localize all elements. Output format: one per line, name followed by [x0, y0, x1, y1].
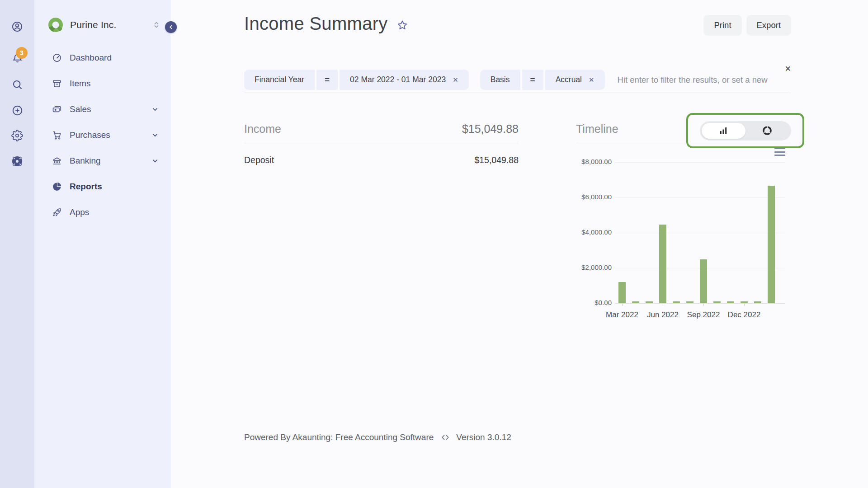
chart-x-tick	[703, 304, 704, 306]
chart-gridline	[615, 303, 785, 304]
chart-bar-feb-2023[interactable]	[768, 186, 775, 303]
export-button[interactable]: Export	[746, 15, 791, 36]
app-window: 3 Purine Inc.	[0, 0, 868, 488]
sidebar: Purine Inc. Dashboard Items Sales	[34, 0, 171, 488]
filter-field-chip[interactable]: Basis	[480, 70, 520, 90]
chart-gridline	[615, 162, 785, 163]
company-switch-chevrons-icon[interactable]	[152, 20, 161, 30]
chart-bar-nov-2022[interactable]	[727, 301, 734, 303]
notifications-bell-icon[interactable]: 3	[10, 52, 24, 65]
filter-operator-chip[interactable]: =	[316, 70, 338, 90]
bar-chart-icon	[718, 125, 729, 136]
chart-y-tick-label: $0.00	[594, 299, 612, 306]
chart-y-tick-label: $8,000.00	[581, 158, 612, 165]
chart-y-tick-label: $6,000.00	[581, 193, 612, 201]
code-brackets-icon	[440, 432, 451, 442]
main-content: Income Summary Print Export Financial Ye…	[171, 0, 868, 488]
sidebar-item-label: Sales	[70, 104, 91, 114]
chart-x-tick-label: Mar 2022	[606, 310, 638, 319]
chart-x-tick-label: Sep 2022	[687, 310, 720, 319]
powered-by-text[interactable]: Powered By Akaunting: Free Accounting So…	[244, 432, 434, 442]
page-header: Income Summary Print Export	[244, 14, 791, 36]
sidebar-item-label: Dashboard	[70, 53, 112, 63]
filter-chip-financial-year: Financial Year = 02 Mar 2022 - 01 Mar 20…	[244, 70, 469, 90]
company-switcher[interactable]: Purine Inc.	[34, 0, 171, 33]
chart-bar-mar-2022[interactable]	[618, 282, 626, 303]
sidebar-item-label: Items	[70, 79, 90, 89]
income-panel: Income $15,049.88 Deposit $15,049.88	[244, 120, 519, 328]
create-new-icon[interactable]	[10, 103, 24, 117]
chart-x-tick-label: Dec 2022	[728, 310, 761, 319]
sidebar-item-label: Purchases	[70, 130, 110, 140]
chevron-down-icon	[150, 131, 160, 139]
filter-value-text: 02 Mar 2022 - 01 Mar 2023	[350, 75, 446, 84]
sales-money-icon	[52, 104, 62, 114]
sidebar-item-dashboard[interactable]: Dashboard	[34, 45, 171, 70]
report-content: Income $15,049.88 Deposit $15,049.88 Tim…	[244, 120, 791, 328]
remove-filter-icon[interactable]: ✕	[453, 76, 458, 84]
timeline-title: Timeline	[576, 122, 618, 136]
search-icon[interactable]	[10, 78, 24, 91]
chart-bar-sep-2022[interactable]	[700, 259, 707, 304]
timeline-panel: Timeline $0.00$2,000.00	[576, 120, 791, 328]
chart-bar-jun-2022[interactable]	[659, 225, 666, 303]
chart-bar-oct-2022[interactable]	[713, 301, 721, 303]
sidebar-item-label: Reports	[70, 182, 102, 192]
page-title: Income Summary	[244, 14, 388, 34]
version-text: Version 3.0.12	[456, 432, 511, 442]
chart-bar-jan-2023[interactable]	[754, 301, 761, 303]
chart-y-tick-label: $2,000.00	[581, 263, 612, 271]
sidebar-item-label: Banking	[70, 156, 101, 166]
chart-bar-may-2022[interactable]	[646, 301, 653, 303]
sidebar-item-sales[interactable]: Sales	[34, 96, 171, 122]
settings-gear-icon[interactable]	[10, 129, 24, 142]
doughnut-chart-icon	[761, 125, 773, 136]
print-button[interactable]: Print	[703, 15, 741, 36]
chart-bar-jul-2022[interactable]	[673, 301, 680, 303]
sidebar-item-banking[interactable]: Banking	[34, 148, 171, 174]
sidebar-item-label: Apps	[70, 207, 89, 217]
favorite-star-icon[interactable]	[396, 19, 409, 32]
chevron-down-icon	[150, 157, 160, 165]
account-icon[interactable]	[10, 20, 24, 33]
items-box-icon	[52, 79, 62, 89]
remove-filter-icon[interactable]: ✕	[589, 76, 594, 84]
chart-x-tick	[622, 304, 623, 306]
income-total: $15,049.88	[462, 122, 519, 136]
company-name: Purine Inc.	[70, 19, 117, 30]
akaunting-logo-icon	[48, 17, 63, 33]
doughnut-chart-toggle-option[interactable]	[745, 123, 789, 139]
sidebar-item-reports[interactable]: Reports	[34, 174, 171, 199]
footer: Powered By Akaunting: Free Accounting So…	[244, 432, 511, 442]
chart-bar-apr-2022[interactable]	[632, 301, 639, 303]
chart-x-tick-label: Jun 2022	[647, 310, 679, 319]
support-lifebuoy-icon[interactable]	[10, 155, 24, 168]
highlight-annotation-box	[686, 113, 804, 148]
chevron-down-icon	[150, 105, 160, 113]
filter-search-input[interactable]	[618, 75, 791, 85]
chart-y-tick-label: $4,000.00	[581, 228, 612, 236]
filter-bar: Financial Year = 02 Mar 2022 - 01 Mar 20…	[244, 70, 791, 93]
sidebar-nav: Dashboard Items Sales Purchases Banking	[34, 45, 171, 225]
filter-operator-chip[interactable]: =	[522, 70, 543, 90]
filter-value-chip[interactable]: 02 Mar 2022 - 01 Mar 2023 ✕	[340, 70, 469, 90]
chart-gridline	[615, 197, 785, 198]
clear-filters-icon[interactable]: ✕	[785, 65, 791, 73]
chart-type-toggle[interactable]	[700, 121, 791, 141]
chart-menu-icon[interactable]	[774, 148, 785, 156]
banking-bank-icon	[52, 156, 62, 166]
income-row-deposit[interactable]: Deposit $15,049.88	[244, 143, 519, 165]
reports-pie-icon	[52, 182, 62, 192]
chart-bar-aug-2022[interactable]	[686, 301, 693, 303]
chart-bar-dec-2022[interactable]	[741, 301, 748, 303]
bar-chart-toggle-option[interactable]	[702, 123, 745, 139]
filter-field-chip[interactable]: Financial Year	[244, 70, 315, 90]
sidebar-item-items[interactable]: Items	[34, 70, 171, 96]
sidebar-item-purchases[interactable]: Purchases	[34, 122, 171, 148]
dashboard-gauge-icon	[52, 53, 62, 63]
filter-value-chip[interactable]: Accrual ✕	[545, 70, 605, 90]
sidebar-collapse-button[interactable]	[165, 21, 177, 33]
apps-rocket-icon	[52, 207, 62, 217]
sidebar-item-apps[interactable]: Apps	[34, 199, 171, 225]
chart-x-tick	[744, 304, 745, 306]
